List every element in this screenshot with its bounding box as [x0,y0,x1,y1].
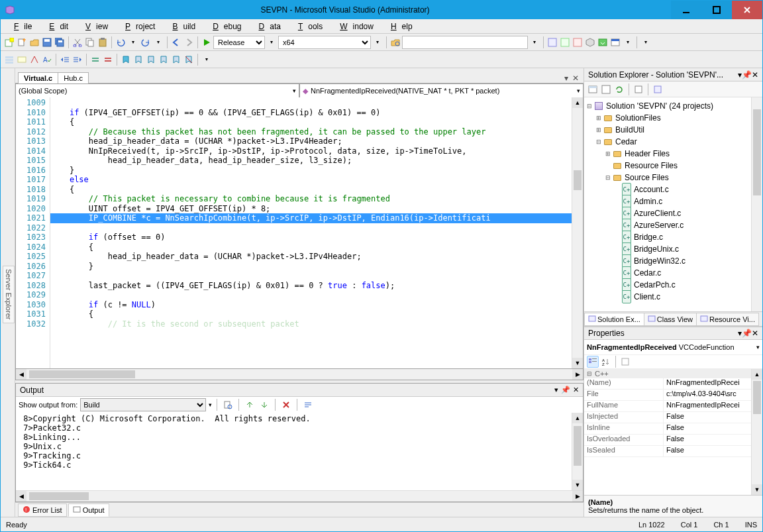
member-combo[interactable]: ◆NnFragmentedIpReceived(NATIVE_NAT * t, … [299,83,584,98]
member-list-icon[interactable] [3,54,15,66]
prop-close-icon[interactable]: ✕ [752,329,758,338]
quick-info-icon[interactable] [16,54,28,66]
nav-back-icon[interactable] [170,36,182,48]
config-combo[interactable]: Release [213,36,265,49]
complete-word-icon[interactable]: A [41,54,53,66]
menu-debug[interactable]: Debug [202,21,246,32]
properties-object-combo[interactable]: NnFragmentedIpReceived VCCodeFunction ▾ [584,340,762,354]
expander-icon[interactable]: ⊞ [604,148,612,160]
menu-tools[interactable]: Tools [287,21,328,32]
nav-fwd-icon[interactable] [183,36,195,48]
expander-icon[interactable]: ⊟ [585,100,593,112]
undo-icon[interactable] [115,36,127,48]
prop-vscrollbar[interactable]: ▲▼ [751,369,762,495]
add-item-icon[interactable] [16,36,28,48]
paste-icon[interactable] [97,36,109,48]
project-cedar[interactable]: ⊟Cedar [585,136,761,148]
properties-title-bar[interactable]: Properties ▾ 📌 ✕ [584,327,762,340]
title-bar[interactable]: SEVPN - Microsoft Visual Studio (Adminis… [1,1,762,19]
pin-icon[interactable]: 📌 [561,386,570,394]
find-in-files-icon[interactable] [389,36,401,48]
toolbar-options-icon[interactable]: ▾ [640,36,652,48]
sx-tab-1[interactable]: Class View [644,313,697,326]
open-icon[interactable] [28,36,40,48]
code-editor[interactable]: 1009101010111012101310141015101610171018… [15,97,584,369]
sln-explorer-icon[interactable] [546,36,558,48]
platform-combo[interactable]: x64 [278,36,371,49]
active-files-menu-icon[interactable]: ▾ [562,74,570,83]
find-combo[interactable] [402,36,528,49]
prop-row-isoverloaded[interactable]: IsOverloadedFalse [584,435,762,446]
tab-hub-c[interactable]: Hub.c [58,72,89,83]
copy-icon[interactable] [84,36,96,48]
file-client-c[interactable]: C+Client.c [585,291,761,303]
menu-window[interactable]: Window [329,21,379,32]
project-solutionfiles[interactable]: ⊞SolutionFiles [585,112,761,124]
maximize-button[interactable] [701,1,732,19]
file-bridge-c[interactable]: C+Bridge.c [585,231,761,243]
cut-icon[interactable] [72,36,83,48]
sx-close-icon[interactable]: ✕ [752,70,758,80]
menu-edit[interactable]: Edit [38,21,74,32]
sx-tab-0[interactable]: Solution Ex... [584,313,644,326]
toolbox-icon[interactable] [584,36,596,48]
properties-grid[interactable]: ⊟C++(Name)NnFragmentedIpReceiFilec:\tmp\… [584,369,762,495]
file-azureserver-c[interactable]: C+AzureServer.c [585,219,761,231]
menu-build[interactable]: Build [162,21,201,32]
sx-view-designer-icon[interactable] [652,83,664,95]
file-azureclient-c[interactable]: C+AzureClient.c [585,207,761,219]
expander-icon[interactable]: ⊞ [595,124,603,136]
solution-tree[interactable]: ⊟Solution 'SEVPN' (24 projects)⊞Solution… [584,97,762,305]
expander-icon[interactable]: ⊞ [595,112,603,124]
minimize-button[interactable] [671,1,701,19]
sx-properties-icon[interactable] [587,83,599,95]
param-info-icon[interactable] [28,54,40,66]
prop-row-isinjected[interactable]: IsInjectedFalse [584,412,762,423]
bookmark-next-icon[interactable] [145,54,157,66]
prop-row-name[interactable]: (Name)NnFragmentedIpRecei [584,378,762,390]
sx-view-code-icon[interactable] [633,83,644,95]
close-button[interactable] [732,1,762,19]
folder-resource-files[interactable]: Resource Files [585,160,761,172]
sx-pin-icon[interactable]: 📌 [742,70,752,80]
bookmark-clear-icon[interactable] [183,54,195,66]
bookmark-next-folder-icon[interactable] [170,54,182,66]
menu-project[interactable]: Project [115,21,160,32]
scope-combo[interactable]: (Global Scope)▾ [15,83,299,98]
output-find-icon[interactable] [222,399,234,411]
bottom-tab-output[interactable]: Output [68,504,109,517]
output-title-bar[interactable]: Output ▾ 📌 ✕ [16,384,583,397]
close-panel-icon[interactable]: ✕ [573,386,579,394]
expander-icon[interactable]: ⊟ [604,172,612,184]
toolbar2-options-icon[interactable]: ▾ [201,54,213,66]
window-list-icon[interactable] [609,36,621,48]
menu-help[interactable]: Help [380,21,418,32]
object-browser-icon[interactable] [572,36,584,48]
output-hscrollbar[interactable]: ◀▶ [16,490,583,502]
redo-icon[interactable] [140,36,152,48]
prop-category[interactable]: ⊟C++ [584,369,762,378]
menu-data[interactable]: Data [248,21,286,32]
tab-virtual-c[interactable]: Virtual.c [18,72,58,83]
prop-row-issealed[interactable]: IsSealedFalse [584,446,762,457]
sx-vscrollbar[interactable] [751,97,762,311]
prop-categorized-icon[interactable] [587,356,599,368]
save-all-icon[interactable] [54,36,66,48]
editor-hscrollbar[interactable]: ◀▶ [16,369,583,380]
menu-view[interactable]: View [75,21,113,32]
start-debug-icon[interactable] [201,36,213,48]
redo-menu-icon[interactable]: ▾ [152,36,164,48]
project-buildutil[interactable]: ⊞BuildUtil [585,124,761,136]
save-icon[interactable] [41,36,53,48]
start-page-icon[interactable] [597,36,609,48]
prop-row-fullname[interactable]: FullNameNnFragmentedIpRecei [584,401,762,412]
output-prev-icon[interactable] [244,399,256,411]
folder-source-files[interactable]: ⊟Source Files [585,172,761,184]
output-next-icon[interactable] [258,399,270,411]
prop-alphabetical-icon[interactable]: AZ [600,356,612,368]
output-source-combo[interactable]: Build [80,398,206,411]
prop-row-file[interactable]: Filec:\tmp\v4.03-9404\src [584,390,762,401]
file-admin-c[interactable]: C+Admin.c [585,195,761,207]
expander-icon[interactable]: ⊟ [595,136,603,148]
output-clear-icon[interactable] [280,399,292,411]
